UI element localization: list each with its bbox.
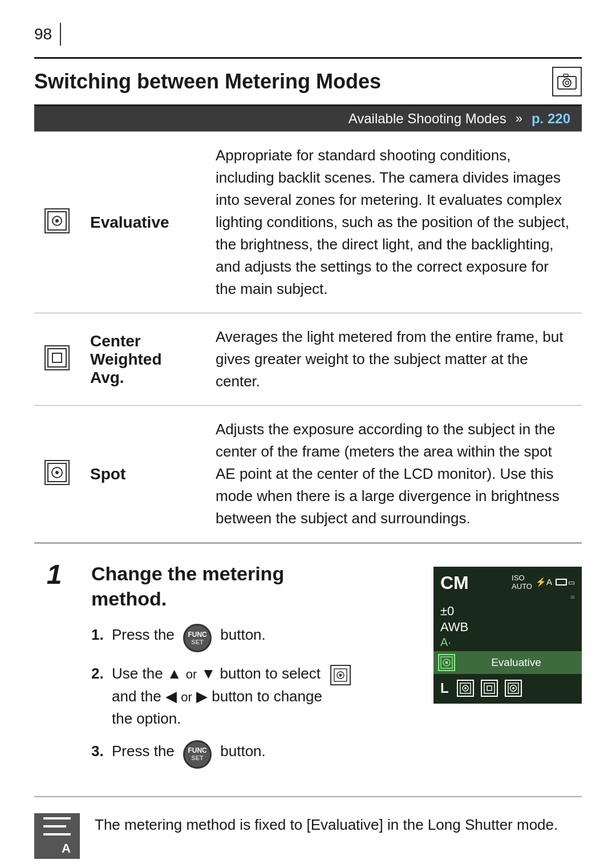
chevron-icon: »	[516, 111, 522, 126]
sd-card-icon: ▭	[568, 578, 575, 587]
camera-screen-mockup: CM ISOAUTO ⚡A ▭ ≈ ±0	[433, 567, 582, 704]
note-a-icon: A	[62, 841, 71, 856]
step-2: 2. Use the ▲ or ▼ button to select and t…	[91, 663, 416, 729]
spot-description: Adjusts the exposure according to the su…	[205, 406, 582, 543]
spot-metering-icon	[44, 460, 70, 485]
step-2-number: 2.	[91, 663, 107, 685]
l-label: L	[440, 680, 449, 696]
iso-label: ISOAUTO	[512, 574, 532, 591]
svg-point-6	[55, 219, 59, 223]
metering-table: Evaluative Appropriate for standard shoo…	[34, 131, 582, 543]
svg-point-25	[512, 687, 514, 689]
step-content: Change the metering method. 1. Press the…	[91, 561, 416, 779]
page-reference: p. 220	[532, 111, 570, 127]
note-icon-box: A	[34, 813, 80, 859]
func-set-button-1[interactable]: FUNC SET	[183, 624, 212, 652]
evaluative-label: Evaluative	[80, 132, 205, 313]
table-row: Evaluative Appropriate for standard shoo…	[34, 132, 582, 313]
flash-icon: ⚡A	[536, 577, 552, 587]
svg-rect-21	[484, 683, 495, 693]
center-weighted-metering-icon	[44, 345, 70, 370]
evaluative-metering-icon	[44, 208, 70, 233]
step-number-column: 1	[34, 561, 74, 779]
step-3-number: 3.	[91, 740, 107, 762]
section-header: Switching between Metering Modes	[34, 57, 582, 106]
center-weighted-description: Averages the light metered from the enti…	[205, 313, 582, 406]
table-row: Spot Adjusts the exposure according to t…	[34, 406, 582, 543]
step-1-number: 1.	[91, 624, 107, 646]
table-row: Center Weighted Avg. Averages the light …	[34, 313, 582, 406]
selected-metering-row: Evaluative	[433, 651, 582, 674]
note-text: The metering method is fixed to [Evaluat…	[95, 813, 558, 836]
svg-point-2	[565, 81, 569, 84]
cm-label: CM	[440, 574, 469, 592]
svg-point-20	[464, 687, 467, 689]
page-num-text: 98	[34, 25, 52, 43]
selected-metering-icon	[438, 654, 455, 671]
bottom-spot-icon	[505, 680, 522, 697]
evaluative-inline-icon	[330, 665, 351, 685]
bottom-evaluative-icon	[457, 680, 474, 697]
svg-point-14	[339, 673, 342, 676]
step-heading: Change the metering method.	[91, 561, 416, 611]
evaluative-mode-label: Evaluative	[455, 656, 577, 669]
step-3: 3. Press the FUNC SET button.	[91, 740, 416, 769]
camera-mode-icon	[552, 67, 582, 96]
section-title: Switching between Metering Modes	[34, 70, 381, 94]
svg-point-17	[445, 661, 448, 664]
available-modes-bar: Available Shooting Modes » p. 220	[34, 106, 582, 131]
svg-rect-7	[48, 349, 66, 367]
center-weighted-label: Center Weighted Avg.	[80, 313, 205, 406]
step-section: 1 Change the metering method. 1. Press t…	[34, 543, 582, 797]
step-1: 1. Press the FUNC SET button.	[91, 624, 416, 652]
svg-rect-22	[487, 686, 492, 691]
svg-point-1	[563, 79, 571, 87]
svg-rect-3	[564, 74, 568, 77]
step-number: 1	[47, 561, 62, 588]
func-set-button-3[interactable]: FUNC SET	[183, 740, 212, 769]
evaluative-icon-cell	[34, 132, 80, 313]
evaluative-description: Appropriate for standard shooting condit…	[205, 132, 582, 313]
ev-value: ±0	[440, 604, 575, 619]
a-value: A·	[440, 636, 575, 649]
note-section: A The metering method is fixed to [Evalu…	[34, 797, 582, 869]
battery-icon	[556, 579, 567, 586]
svg-point-11	[55, 471, 59, 474]
bottom-center-icon	[481, 680, 498, 697]
spot-icon-cell	[34, 406, 80, 543]
page-number: 98	[34, 23, 582, 46]
spot-label: Spot	[80, 406, 205, 543]
svg-rect-8	[52, 353, 62, 362]
awb-label: AWB	[440, 620, 575, 635]
bottom-icons-row	[457, 680, 522, 697]
camera-bottom-row: L	[440, 676, 575, 697]
card-waves-icon: ≈	[570, 592, 575, 601]
available-modes-label: Available Shooting Modes	[348, 111, 506, 127]
center-weighted-icon-cell	[34, 313, 80, 406]
